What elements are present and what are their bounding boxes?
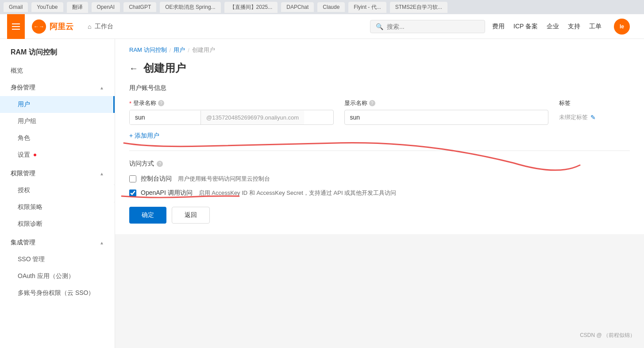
settings-label: 设置	[18, 151, 30, 158]
sidebar-item-overview[interactable]: 概览	[0, 62, 115, 79]
openapi-access-label-text: OpenAPI 调用访问	[141, 189, 193, 196]
chevron-up-icon-2: ▲	[100, 171, 104, 176]
footer-note: CSDN @ （前程似锦）	[580, 332, 635, 339]
page-title: 创建用户	[143, 61, 186, 75]
bookmark-spring[interactable]: OE求助消息 Spring...	[160, 2, 220, 13]
header-actions: 费用 ICP 备案 企业 支持 工单 Ie	[485, 19, 637, 35]
permissions-management-label: 权限管理	[11, 170, 35, 178]
search-box[interactable]: 🔍	[370, 20, 485, 33]
tag-unbound-text: 未绑定标签	[559, 113, 588, 121]
integration-management-label: 集成管理	[11, 239, 35, 247]
page-header: ← 创建用户	[115, 58, 644, 84]
sidebar-item-user-groups[interactable]: 用户组	[0, 113, 115, 130]
sidebar-section-permissions: 权限管理 ▲ 授权 权限策略 权限诊断	[0, 165, 115, 232]
breadcrumb-create-user: 创建用户	[192, 46, 215, 54]
sidebar-item-multi-account-sso[interactable]: 多账号身份权限（云 SSO）	[0, 285, 115, 302]
console-access-label-text: 控制台访问	[141, 175, 172, 182]
bookmark-flyint[interactable]: Flyint - 代...	[348, 2, 386, 13]
bookmark-chatgpt[interactable]: ChatGPT	[123, 2, 156, 12]
sso-label: SSO 管理	[18, 255, 45, 263]
console-access-checkbox[interactable]	[129, 175, 136, 182]
bookmark-stms[interactable]: STMS2E自学习软...	[390, 2, 447, 13]
console-access-label[interactable]: 控制台访问	[141, 175, 172, 183]
divider	[129, 151, 630, 151]
sidebar-item-authorization[interactable]: 授权	[0, 182, 115, 199]
breadcrumb-users[interactable]: 用户	[174, 46, 185, 54]
form-section-title: 用户账号信息	[129, 84, 630, 92]
login-name-label: * 登录名称 ?	[129, 99, 334, 107]
logo-text: 阿里云	[50, 21, 73, 32]
bookmark-translate[interactable]: 翻译	[67, 2, 88, 13]
icp-link[interactable]: ICP 备案	[513, 23, 538, 31]
breadcrumb-ram[interactable]: RAM 访问控制	[129, 46, 167, 54]
sidebar-item-permission-policy[interactable]: 权限策略	[0, 199, 115, 216]
identity-management-label: 身份管理	[11, 84, 35, 92]
identity-management-header[interactable]: 身份管理 ▲	[0, 79, 115, 96]
menu-button[interactable]	[7, 14, 25, 39]
display-name-field: 显示名称 ?	[344, 99, 549, 125]
login-name-help-icon[interactable]: ?	[158, 100, 164, 106]
access-method-help-icon[interactable]: ?	[157, 161, 163, 167]
required-star: *	[129, 100, 131, 107]
back-button[interactable]: ←	[129, 63, 138, 73]
bookmark-dapchat[interactable]: DAPChat	[281, 2, 314, 12]
fee-link[interactable]: 费用	[492, 23, 505, 31]
login-name-label-text: 登录名称	[133, 99, 156, 107]
sidebar-item-permission-diagnosis[interactable]: 权限诊断	[0, 216, 115, 232]
access-method-label-text: 访问方式	[129, 160, 154, 168]
bookmark-gmail[interactable]: Gmail	[4, 2, 28, 12]
sidebar-item-roles[interactable]: 角色	[0, 130, 115, 147]
enterprise-link[interactable]: 企业	[547, 23, 559, 31]
add-user-button[interactable]: + 添加用户	[129, 132, 630, 140]
permission-policy-label: 权限策略	[18, 203, 42, 210]
browser-bookmarks-bar: Gmail YouTube 翻译 OpenAI ChatGPT OE求助消息 S…	[0, 0, 644, 14]
login-name-input-wrapper: @1357204852696979.onaliyun.com	[129, 110, 334, 125]
oauth-label: OAuth 应用（公测）	[18, 272, 74, 279]
order-link[interactable]: 工单	[589, 23, 602, 31]
logo[interactable]: ←→ 阿里云	[25, 19, 81, 34]
workbench-nav[interactable]: ⌂ 工作台	[81, 23, 120, 31]
sidebar-item-oauth[interactable]: OAuth 应用（公测）	[0, 268, 115, 285]
sidebar: RAM 访问控制 概览 身份管理 ▲ 用户 用户组 角色 设置	[0, 39, 115, 348]
access-method-title: 访问方式 ?	[129, 160, 630, 168]
confirm-button[interactable]: 确定	[129, 207, 166, 224]
openapi-access-checkbox[interactable]	[129, 189, 136, 197]
overview-label: 概览	[11, 67, 23, 74]
sidebar-item-sso[interactable]: SSO 管理	[0, 251, 115, 268]
multi-account-sso-label: 多账号身份权限（云 SSO）	[18, 289, 94, 296]
bookmark-openai[interactable]: OpenAI	[92, 2, 120, 12]
breadcrumb-sep-1: /	[170, 47, 171, 54]
permission-diagnosis-label: 权限诊断	[18, 220, 42, 227]
display-name-input[interactable]	[344, 110, 549, 125]
sidebar-item-settings[interactable]: 设置	[0, 147, 115, 163]
users-label: 用户	[18, 101, 30, 108]
display-name-help-icon[interactable]: ?	[369, 100, 375, 106]
home-icon: ⌂	[88, 23, 91, 30]
user-avatar[interactable]: Ie	[614, 19, 630, 35]
login-name-input[interactable]	[130, 110, 201, 124]
sidebar-section-integration: 集成管理 ▲ SSO 管理 OAuth 应用（公测） 多账号身份权限（云 SSO…	[0, 234, 115, 302]
bookmark-youtube[interactable]: YouTube	[31, 2, 63, 12]
display-name-label-text: 显示名称	[344, 99, 367, 107]
integration-management-header[interactable]: 集成管理 ▲	[0, 234, 115, 251]
bookmark-live[interactable]: 【直播间】2025...	[224, 2, 278, 13]
layout: RAM 访问控制 概览 身份管理 ▲ 用户 用户组 角色 设置	[0, 39, 644, 348]
support-link[interactable]: 支持	[568, 23, 580, 31]
chevron-up-icon: ▲	[100, 85, 104, 90]
console-access-row: 控制台访问 用户使用账号密码访问阿里云控制台	[129, 175, 630, 183]
sidebar-item-users[interactable]: 用户	[0, 96, 115, 113]
user-info-row: * 登录名称 ? @1357204852696979.onaliyun.com …	[129, 99, 630, 125]
openapi-access-label[interactable]: OpenAPI 调用访问	[141, 189, 193, 197]
aliyun-logo-icon: ←→	[32, 19, 46, 34]
search-input[interactable]	[387, 23, 479, 30]
cancel-button[interactable]: 返回	[172, 207, 210, 224]
main-content: RAM 访问控制 / 用户 / 创建用户 ← 创建用户 用户账号信息	[115, 39, 644, 234]
tag-edit-icon: ✎	[590, 114, 596, 121]
roles-label: 角色	[18, 134, 30, 141]
permissions-management-header[interactable]: 权限管理 ▲	[0, 165, 115, 182]
action-buttons: 确定 返回	[129, 203, 630, 224]
tag-unbound-button[interactable]: 未绑定标签 ✎	[559, 110, 630, 125]
bookmark-claude[interactable]: Claude	[317, 2, 345, 12]
tag-label: 标签	[559, 99, 630, 107]
user-groups-label: 用户组	[18, 117, 36, 124]
